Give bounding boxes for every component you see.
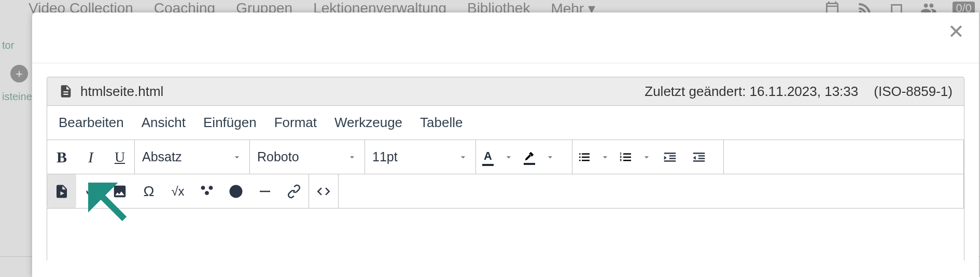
file-name: htmlseite.html bbox=[80, 84, 645, 100]
numbered-list-button[interactable] bbox=[614, 149, 638, 165]
last-modified-label: Zuletzt geändert: 16.11.2023, 13:33 bbox=[645, 84, 858, 100]
svg-point-2 bbox=[237, 189, 239, 191]
chevron-down-icon bbox=[545, 152, 555, 162]
bullet-list-icon bbox=[577, 149, 592, 165]
bg-nav-item: Gruppen bbox=[236, 0, 292, 11]
insert-link-button[interactable] bbox=[279, 174, 309, 208]
file-info-bar: htmlseite.html Zuletzt geändert: 16.11.2… bbox=[47, 77, 964, 106]
editor-modal: ✕ htmlseite.html Zuletzt geändert: 16.11… bbox=[32, 12, 979, 277]
bold-button[interactable]: B bbox=[47, 140, 76, 174]
text-color-dropdown[interactable] bbox=[500, 152, 517, 162]
close-icon[interactable]: ✕ bbox=[948, 22, 964, 41]
svg-point-1 bbox=[233, 189, 235, 191]
encoding-label: (ISO-8859-1) bbox=[874, 84, 953, 100]
video-file-icon bbox=[54, 184, 69, 199]
horizontal-line-icon bbox=[257, 184, 273, 199]
font-size-value: 11pt bbox=[372, 149, 398, 164]
insert-video-file-button[interactable] bbox=[47, 174, 76, 208]
underline-button[interactable]: U bbox=[105, 140, 134, 174]
math-icon: √x bbox=[171, 184, 184, 199]
bg-nav-item: Video Collection bbox=[29, 0, 133, 11]
font-size-select[interactable]: 11pt bbox=[365, 140, 475, 174]
svg-line-5 bbox=[94, 189, 124, 219]
menu-edit[interactable]: Bearbeiten bbox=[59, 115, 124, 131]
hexagon-cluster-button[interactable] bbox=[192, 174, 221, 208]
add-circle-icon: ＋ bbox=[10, 65, 28, 82]
highlight-color-swatch bbox=[524, 163, 535, 165]
menu-tools[interactable]: Werkzeuge bbox=[334, 115, 402, 131]
highlight-color-button[interactable] bbox=[517, 150, 541, 164]
modal-body: htmlseite.html Zuletzt geändert: 16.11.2… bbox=[32, 63, 979, 277]
source-code-button[interactable] bbox=[309, 174, 338, 208]
indent-button[interactable] bbox=[655, 140, 684, 174]
code-icon bbox=[316, 184, 331, 199]
bg-sidebar-label: tor bbox=[0, 36, 34, 54]
block-format-select[interactable]: Absatz bbox=[135, 140, 249, 174]
editor-content-area[interactable] bbox=[47, 209, 964, 260]
annotation-arrow-icon bbox=[88, 183, 140, 234]
indent-icon bbox=[662, 149, 678, 165]
smiley-icon bbox=[228, 184, 244, 199]
highlight-color-dropdown[interactable] bbox=[541, 152, 559, 162]
chevron-down-icon bbox=[503, 152, 514, 162]
font-family-select[interactable]: Roboto bbox=[250, 140, 365, 174]
bullet-list-dropdown[interactable] bbox=[596, 152, 614, 162]
text-color-swatch bbox=[482, 164, 494, 166]
background-sidebar: tor ＋ isteine bbox=[0, 36, 34, 106]
bg-nav-item: Coaching bbox=[154, 0, 215, 11]
italic-button[interactable]: I bbox=[76, 140, 105, 174]
font-family-value: Roboto bbox=[257, 149, 299, 164]
modal-header: ✕ bbox=[32, 12, 979, 63]
chevron-down-icon bbox=[600, 152, 610, 162]
link-icon bbox=[286, 184, 302, 199]
numbered-list-icon bbox=[618, 149, 634, 165]
outdent-button[interactable] bbox=[684, 140, 713, 174]
highlighter-icon bbox=[524, 150, 535, 162]
menu-format[interactable]: Format bbox=[274, 115, 317, 131]
svg-rect-3 bbox=[260, 190, 270, 192]
numbered-list-dropdown[interactable] bbox=[638, 152, 655, 162]
toolbar-row-1: B I U Absatz Roboto 11pt bbox=[47, 140, 964, 174]
svg-point-0 bbox=[230, 185, 242, 197]
editor-menubar: Bearbeiten Ansicht Einfügen Format Werkz… bbox=[47, 106, 964, 140]
toolbar-group-spacer bbox=[339, 174, 964, 209]
equation-button[interactable]: √x bbox=[163, 174, 192, 208]
menu-insert[interactable]: Einfügen bbox=[203, 115, 257, 131]
omega-icon: Ω bbox=[144, 183, 155, 200]
emoji-button[interactable] bbox=[221, 174, 250, 208]
text-color-button[interactable]: A bbox=[476, 149, 500, 165]
outdent-icon bbox=[691, 149, 707, 165]
menu-table[interactable]: Tabelle bbox=[420, 115, 463, 131]
chevron-down-icon bbox=[641, 152, 652, 162]
toolbar-row-2: Ω √x bbox=[47, 174, 964, 209]
hexagon-cluster-icon bbox=[199, 184, 215, 199]
chevron-down-icon bbox=[458, 152, 468, 162]
toolbar-group-text-style: B I U bbox=[47, 140, 135, 174]
toolbar-group-spacer bbox=[724, 140, 964, 174]
bullet-list-button[interactable] bbox=[572, 149, 596, 165]
bg-nav-item: Lektionenverwaltung bbox=[313, 0, 446, 11]
horizontal-rule-button[interactable] bbox=[250, 174, 279, 208]
bg-nav-item: Mehr ▾ bbox=[551, 0, 595, 11]
chevron-down-icon bbox=[347, 152, 357, 162]
bg-nav-item: Bibliothek bbox=[467, 0, 530, 11]
file-document-icon bbox=[59, 84, 73, 99]
bg-sidebar-label: isteine bbox=[0, 88, 34, 106]
block-format-value: Absatz bbox=[142, 149, 181, 164]
chevron-down-icon bbox=[232, 152, 242, 162]
menu-view[interactable]: Ansicht bbox=[142, 115, 186, 131]
